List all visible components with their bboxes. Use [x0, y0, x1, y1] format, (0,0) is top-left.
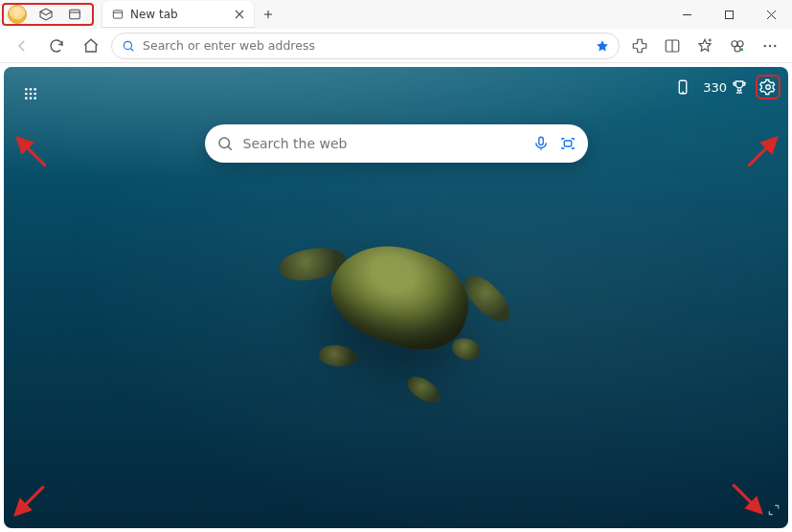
window-maximize-button[interactable] [708, 0, 750, 29]
new-tab-page: 330 [4, 67, 788, 528]
svg-point-18 [30, 93, 33, 96]
window-controls [666, 0, 792, 29]
svg-point-11 [764, 44, 766, 46]
split-screen-button[interactable] [658, 32, 687, 60]
back-button [8, 32, 36, 60]
toolbar-right [625, 32, 784, 60]
search-icon [122, 39, 135, 53]
home-button[interactable] [77, 32, 105, 60]
svg-point-21 [30, 97, 33, 100]
mobile-sync-icon[interactable] [674, 78, 691, 96]
extensions-button[interactable] [625, 32, 654, 60]
app-launcher-icon[interactable] [17, 80, 44, 107]
search-icon [216, 135, 234, 152]
svg-rect-1 [113, 11, 122, 18]
svg-rect-26 [538, 137, 543, 144]
expand-background-icon[interactable] [767, 502, 781, 521]
svg-point-10 [740, 48, 743, 51]
svg-line-29 [748, 138, 776, 166]
window-minimize-button[interactable] [666, 0, 708, 29]
svg-point-13 [774, 44, 776, 46]
svg-rect-27 [564, 141, 572, 146]
voice-search-icon[interactable] [532, 135, 550, 152]
favorites-button[interactable] [690, 32, 719, 60]
svg-point-24 [766, 85, 771, 90]
annotation-arrow-bottom-left [10, 480, 50, 524]
svg-point-9 [735, 46, 740, 52]
rewards-trophy-icon [731, 78, 748, 96]
svg-point-22 [34, 97, 36, 100]
browser-tab[interactable]: New tab [102, 1, 255, 28]
more-menu-button[interactable] [756, 32, 784, 60]
annotation-arrow-top-right [742, 132, 782, 176]
svg-point-3 [124, 41, 131, 49]
window-close-button[interactable] [750, 0, 792, 29]
collections-button[interactable] [723, 32, 752, 60]
tab-title: New tab [130, 8, 226, 21]
svg-point-14 [25, 88, 28, 91]
annotation-arrow-bottom-right [727, 478, 767, 522]
address-bar[interactable] [111, 33, 620, 59]
workspaces-icon[interactable] [36, 5, 56, 24]
ntp-settings-button[interactable] [759, 78, 777, 96]
svg-point-17 [25, 93, 28, 96]
address-input[interactable] [143, 38, 588, 53]
toolbar [0, 29, 792, 63]
svg-point-16 [34, 88, 36, 91]
ntp-top-left [17, 80, 44, 107]
favorite-star-icon[interactable] [596, 39, 609, 53]
profile-avatar[interactable] [8, 5, 27, 24]
refresh-button[interactable] [42, 32, 71, 60]
svg-rect-2 [725, 11, 733, 18]
title-bar: New tab [0, 0, 792, 29]
new-tab-button[interactable] [255, 1, 282, 28]
annotation-arrow-top-left [11, 132, 52, 176]
svg-line-31 [733, 484, 760, 512]
svg-rect-0 [70, 10, 80, 18]
gear-icon [759, 78, 777, 96]
tab-favicon [111, 8, 124, 21]
svg-point-20 [25, 97, 28, 100]
tab-actions-icon[interactable] [65, 5, 84, 24]
ntp-top-right: 330 [674, 78, 777, 96]
svg-line-28 [17, 138, 45, 166]
svg-line-30 [15, 486, 43, 514]
title-bar-left-group [0, 1, 92, 28]
image-search-icon[interactable] [559, 135, 577, 152]
svg-point-25 [219, 138, 230, 148]
svg-point-12 [769, 44, 771, 46]
tab-close-icon[interactable] [232, 7, 247, 22]
browser-window: New tab [0, 0, 792, 532]
rewards-points-value: 330 [703, 80, 727, 95]
ntp-search-input[interactable] [243, 136, 523, 151]
background-turtle-illustration [253, 185, 540, 416]
svg-point-19 [34, 93, 36, 96]
svg-point-15 [30, 88, 33, 91]
rewards-points[interactable]: 330 [703, 78, 748, 96]
ntp-search-bar[interactable] [205, 124, 588, 163]
